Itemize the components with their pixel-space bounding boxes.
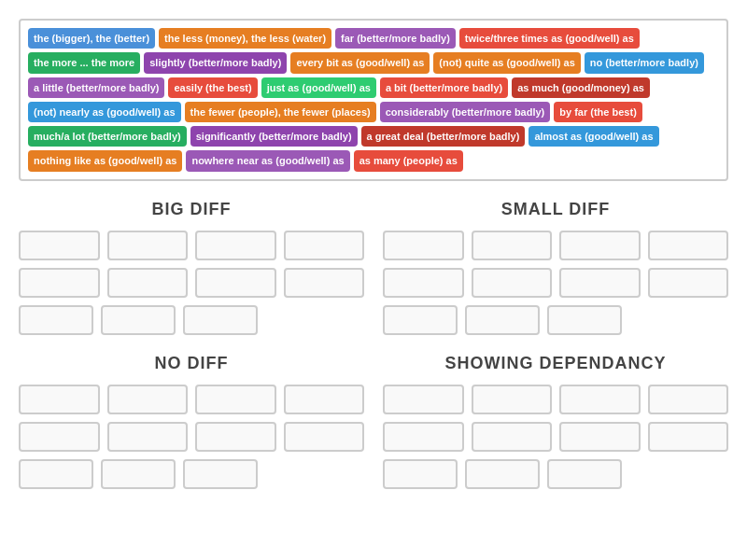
- drop-box[interactable]: [284, 231, 365, 260]
- drop-rows: [383, 385, 728, 489]
- drop-box[interactable]: [107, 422, 189, 452]
- drop-box[interactable]: [183, 459, 258, 489]
- drop-rows: [19, 231, 364, 335]
- drop-box[interactable]: [472, 268, 553, 298]
- drop-row-2: [383, 305, 728, 335]
- drop-box[interactable]: [19, 422, 100, 452]
- chip-10[interactable]: easily (the best): [168, 77, 257, 98]
- section-title: SHOWING DEPENDANCY: [383, 354, 728, 373]
- chip-12[interactable]: a bit (better/more badly): [380, 77, 508, 98]
- drop-row-0: [383, 385, 728, 414]
- chip-23[interactable]: nowhere near as (good/well) as: [186, 150, 349, 171]
- drop-box[interactable]: [547, 459, 622, 489]
- drop-row-0: [19, 385, 364, 414]
- chip-3[interactable]: twice/three times as (good/well) as: [459, 28, 640, 49]
- drop-box[interactable]: [107, 268, 189, 298]
- section-big-diff: BIG DIFF: [19, 200, 364, 335]
- chip-1[interactable]: the less (money), the less (water): [159, 28, 331, 49]
- drop-box[interactable]: [648, 385, 729, 414]
- section-showing-dependancy: SHOWING DEPENDANCY: [383, 354, 728, 489]
- section-title: NO DIFF: [19, 354, 364, 373]
- section-no-diff: NO DIFF: [19, 354, 364, 489]
- word-bank: the (bigger), the (better)the less (mone…: [19, 19, 728, 181]
- drop-box[interactable]: [383, 459, 458, 489]
- drop-box[interactable]: [284, 268, 365, 298]
- drop-box[interactable]: [383, 385, 464, 414]
- drop-box[interactable]: [559, 422, 641, 452]
- chip-20[interactable]: a great deal (better/more badly): [361, 126, 526, 147]
- drop-box[interactable]: [195, 231, 276, 260]
- drop-box[interactable]: [195, 422, 276, 452]
- chip-5[interactable]: slightly (better/more badly): [144, 52, 287, 73]
- drop-box[interactable]: [383, 422, 464, 452]
- chip-7[interactable]: (not) quite as (good/well) as: [433, 52, 580, 73]
- drop-row-2: [383, 459, 728, 489]
- drop-box[interactable]: [472, 231, 553, 260]
- drop-box[interactable]: [465, 459, 540, 489]
- drop-row-1: [383, 268, 728, 298]
- drop-rows: [383, 231, 728, 335]
- drop-box[interactable]: [559, 385, 641, 414]
- drop-box[interactable]: [284, 385, 365, 414]
- drop-box[interactable]: [19, 305, 93, 335]
- chip-4[interactable]: the more ... the more: [28, 52, 140, 73]
- drop-box[interactable]: [648, 231, 729, 260]
- drop-row-1: [383, 422, 728, 452]
- section-title: BIG DIFF: [19, 200, 364, 219]
- right-column: SMALL DIFFSHOWING DEPENDANCY: [383, 200, 728, 489]
- drop-box[interactable]: [107, 231, 189, 260]
- drop-box[interactable]: [195, 268, 276, 298]
- drop-box[interactable]: [383, 231, 464, 260]
- drop-box[interactable]: [383, 268, 464, 298]
- drop-box[interactable]: [19, 231, 100, 260]
- drop-box[interactable]: [648, 268, 729, 298]
- chip-16[interactable]: considerably (better/more badly): [380, 102, 551, 122]
- drop-row-0: [19, 231, 364, 260]
- drop-box[interactable]: [107, 385, 189, 414]
- chip-14[interactable]: (not) nearly as (good/well) as: [28, 102, 181, 122]
- drop-row-2: [19, 459, 364, 489]
- chip-24[interactable]: as many (people) as: [354, 150, 463, 171]
- drop-box[interactable]: [195, 385, 276, 414]
- drop-box[interactable]: [19, 385, 100, 414]
- drop-rows: [19, 385, 364, 489]
- main-container: the (bigger), the (better)the less (mone…: [0, 0, 747, 508]
- drop-box[interactable]: [101, 459, 176, 489]
- chip-8[interactable]: no (better/more badly): [585, 52, 704, 73]
- chip-15[interactable]: the fewer (people), the fewer (places): [185, 102, 376, 122]
- drop-box[interactable]: [472, 385, 553, 414]
- drop-row-0: [383, 231, 728, 260]
- chip-17[interactable]: by far (the best): [554, 102, 642, 122]
- chip-19[interactable]: significantly (better/more badly): [190, 126, 358, 147]
- section-title: SMALL DIFF: [383, 200, 728, 219]
- chip-22[interactable]: nothing like as (good/well) as: [28, 150, 182, 171]
- drop-box[interactable]: [183, 305, 258, 335]
- chip-11[interactable]: just as (good/well) as: [261, 77, 376, 98]
- drop-box[interactable]: [648, 422, 729, 452]
- chip-13[interactable]: as much (good/money) as: [512, 77, 650, 98]
- drop-box[interactable]: [465, 305, 540, 335]
- drop-box[interactable]: [559, 268, 641, 298]
- drop-box[interactable]: [472, 422, 553, 452]
- chip-2[interactable]: far (better/more badly): [335, 28, 456, 49]
- chip-0[interactable]: the (bigger), the (better): [28, 28, 155, 49]
- drop-box[interactable]: [284, 422, 365, 452]
- drop-box[interactable]: [547, 305, 622, 335]
- drop-zones-container: BIG DIFFNO DIFFSMALL DIFFSHOWING DEPENDA…: [19, 200, 728, 489]
- chip-6[interactable]: every bit as (good/well) as: [290, 52, 430, 73]
- drop-row-2: [19, 305, 364, 335]
- drop-box[interactable]: [559, 231, 641, 260]
- left-column: BIG DIFFNO DIFF: [19, 200, 364, 489]
- chip-21[interactable]: almost as (good/well) as: [529, 126, 658, 147]
- drop-row-1: [19, 268, 364, 298]
- drop-row-1: [19, 422, 364, 452]
- section-small-diff: SMALL DIFF: [383, 200, 728, 335]
- drop-box[interactable]: [19, 459, 93, 489]
- chip-18[interactable]: much/a lot (better/more badly): [28, 126, 187, 147]
- drop-box[interactable]: [383, 305, 458, 335]
- drop-box[interactable]: [19, 268, 100, 298]
- drop-box[interactable]: [101, 305, 176, 335]
- chip-9[interactable]: a little (better/more badly): [28, 77, 164, 98]
